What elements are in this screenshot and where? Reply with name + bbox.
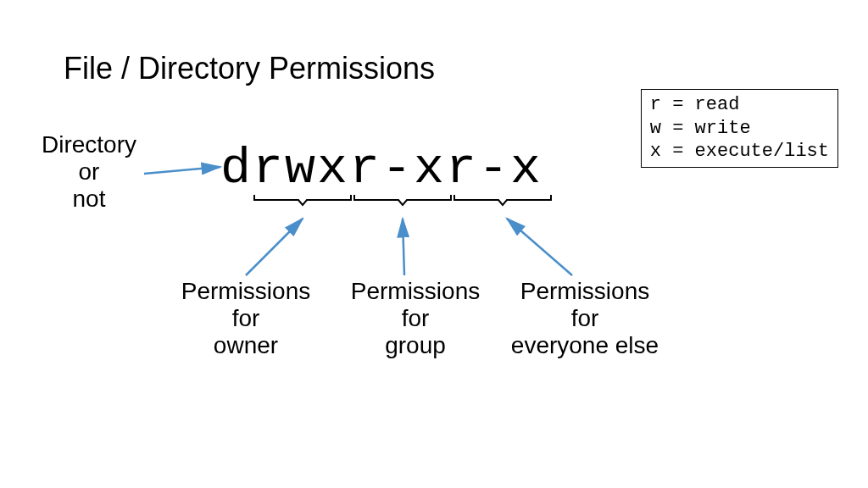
page-title: File / Directory Permissions <box>64 51 435 86</box>
label-everyone-line1: Permissions <box>500 278 670 305</box>
arrow-owner-icon <box>233 212 318 280</box>
directory-label-line1: Directory <box>34 131 144 158</box>
directory-label-line2: or <box>34 158 144 186</box>
label-everyone-line2: for <box>500 305 670 332</box>
arrow-directory-icon <box>140 157 229 182</box>
svg-line-7 <box>507 219 572 275</box>
label-owner-line3: owner <box>170 332 322 359</box>
directory-label-line3: not <box>34 186 144 213</box>
arrow-group-icon <box>386 212 420 280</box>
brace-group <box>353 193 453 208</box>
label-everyone-line3: everyone else <box>500 332 670 359</box>
label-group-line1: Permissions <box>339 278 492 305</box>
label-group-line2: for <box>339 305 492 332</box>
permission-string: drwxr-xr-x <box>220 140 542 197</box>
legend-write: w = write <box>650 117 829 141</box>
brace-owner <box>253 193 353 208</box>
label-owner-line1: Permissions <box>170 278 322 305</box>
label-owner-line2: for <box>170 305 322 332</box>
legend-read: r = read <box>650 93 829 117</box>
svg-line-5 <box>403 219 404 275</box>
label-owner: Permissions for owner <box>170 278 322 360</box>
legend-execute: x = execute/list <box>650 140 829 164</box>
label-group-line3: group <box>339 332 492 359</box>
arrow-everyone-icon <box>492 212 585 280</box>
legend-box: r = read w = write x = execute/list <box>641 89 838 168</box>
svg-line-1 <box>144 167 220 174</box>
brace-everyone <box>453 193 553 208</box>
svg-line-3 <box>246 219 303 275</box>
label-everyone: Permissions for everyone else <box>500 278 670 360</box>
label-group: Permissions for group <box>339 278 492 360</box>
directory-label: Directory or not <box>34 131 144 214</box>
